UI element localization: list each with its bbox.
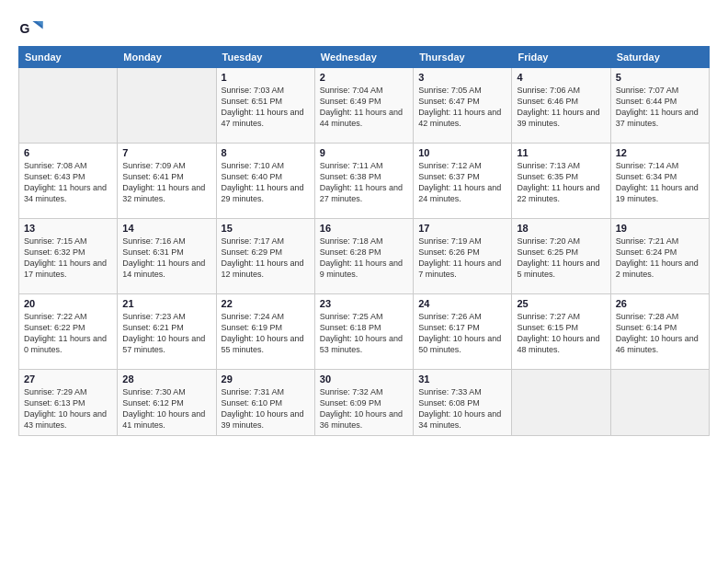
calendar-table: SundayMondayTuesdayWednesdayThursdayFrid… xyxy=(18,46,710,436)
logo: G xyxy=(18,15,48,40)
calendar-cell: 7Sunrise: 7:09 AM Sunset: 6:41 PM Daylig… xyxy=(118,144,216,219)
header-day-monday: Monday xyxy=(118,47,216,68)
calendar-cell: 6Sunrise: 7:08 AM Sunset: 6:43 PM Daylig… xyxy=(19,144,118,219)
day-number: 28 xyxy=(122,373,210,385)
calendar-cell xyxy=(118,68,216,144)
day-number: 10 xyxy=(418,147,506,158)
calendar-cell: 12Sunrise: 7:14 AM Sunset: 6:34 PM Dayli… xyxy=(610,144,709,219)
calendar-cell: 18Sunrise: 7:20 AM Sunset: 6:25 PM Dayli… xyxy=(512,219,610,294)
calendar-cell: 26Sunrise: 7:28 AM Sunset: 6:14 PM Dayli… xyxy=(610,294,709,370)
day-number: 1 xyxy=(222,72,310,83)
day-number: 13 xyxy=(24,223,112,234)
calendar-cell: 31Sunrise: 7:33 AM Sunset: 6:08 PM Dayli… xyxy=(414,370,512,436)
day-info: Sunrise: 7:11 AM Sunset: 6:38 PM Dayligh… xyxy=(320,160,408,205)
day-number: 16 xyxy=(320,223,408,234)
day-number: 2 xyxy=(320,72,408,83)
day-number: 29 xyxy=(222,373,310,385)
day-info: Sunrise: 7:31 AM Sunset: 6:10 PM Dayligh… xyxy=(222,386,310,431)
day-number: 11 xyxy=(517,147,605,158)
calendar-cell: 2Sunrise: 7:04 AM Sunset: 6:49 PM Daylig… xyxy=(314,68,413,144)
calendar-cell: 19Sunrise: 7:21 AM Sunset: 6:24 PM Dayli… xyxy=(610,219,709,294)
day-info: Sunrise: 7:23 AM Sunset: 6:21 PM Dayligh… xyxy=(122,311,210,356)
day-info: Sunrise: 7:19 AM Sunset: 6:26 PM Dayligh… xyxy=(418,236,506,281)
day-info: Sunrise: 7:03 AM Sunset: 6:51 PM Dayligh… xyxy=(222,85,310,130)
day-number: 5 xyxy=(616,72,704,83)
day-info: Sunrise: 7:20 AM Sunset: 6:25 PM Dayligh… xyxy=(517,236,605,281)
day-info: Sunrise: 7:25 AM Sunset: 6:18 PM Dayligh… xyxy=(320,311,408,356)
calendar-cell: 17Sunrise: 7:19 AM Sunset: 6:26 PM Dayli… xyxy=(414,219,512,294)
day-info: Sunrise: 7:12 AM Sunset: 6:37 PM Dayligh… xyxy=(418,160,506,205)
calendar-cell: 14Sunrise: 7:16 AM Sunset: 6:31 PM Dayli… xyxy=(118,219,216,294)
day-info: Sunrise: 7:29 AM Sunset: 6:13 PM Dayligh… xyxy=(24,386,112,431)
day-info: Sunrise: 7:32 AM Sunset: 6:09 PM Dayligh… xyxy=(320,386,408,431)
calendar-cell: 27Sunrise: 7:29 AM Sunset: 6:13 PM Dayli… xyxy=(19,370,118,436)
calendar-cell: 21Sunrise: 7:23 AM Sunset: 6:21 PM Dayli… xyxy=(118,294,216,370)
calendar-cell: 1Sunrise: 7:03 AM Sunset: 6:51 PM Daylig… xyxy=(216,68,314,144)
day-number: 3 xyxy=(418,72,506,83)
day-info: Sunrise: 7:27 AM Sunset: 6:15 PM Dayligh… xyxy=(517,311,605,356)
day-info: Sunrise: 7:08 AM Sunset: 6:43 PM Dayligh… xyxy=(24,160,112,205)
day-number: 31 xyxy=(418,373,506,385)
day-number: 9 xyxy=(320,147,408,158)
svg-text:G: G xyxy=(19,21,29,36)
calendar-cell: 8Sunrise: 7:10 AM Sunset: 6:40 PM Daylig… xyxy=(216,144,314,219)
day-info: Sunrise: 7:14 AM Sunset: 6:34 PM Dayligh… xyxy=(616,160,704,205)
day-info: Sunrise: 7:24 AM Sunset: 6:19 PM Dayligh… xyxy=(222,311,310,356)
day-number: 30 xyxy=(320,373,408,385)
header-row: SundayMondayTuesdayWednesdayThursdayFrid… xyxy=(19,47,710,68)
day-info: Sunrise: 7:10 AM Sunset: 6:40 PM Dayligh… xyxy=(222,160,310,205)
day-info: Sunrise: 7:16 AM Sunset: 6:31 PM Dayligh… xyxy=(122,236,210,281)
calendar-cell: 9Sunrise: 7:11 AM Sunset: 6:38 PM Daylig… xyxy=(314,144,413,219)
day-info: Sunrise: 7:07 AM Sunset: 6:44 PM Dayligh… xyxy=(616,85,704,130)
day-number: 17 xyxy=(418,223,506,234)
calendar-cell: 20Sunrise: 7:22 AM Sunset: 6:22 PM Dayli… xyxy=(19,294,118,370)
calendar-cell: 23Sunrise: 7:25 AM Sunset: 6:18 PM Dayli… xyxy=(314,294,413,370)
day-info: Sunrise: 7:26 AM Sunset: 6:17 PM Dayligh… xyxy=(418,311,506,356)
calendar-cell: 13Sunrise: 7:15 AM Sunset: 6:32 PM Dayli… xyxy=(19,219,118,294)
day-info: Sunrise: 7:22 AM Sunset: 6:22 PM Dayligh… xyxy=(24,311,112,356)
day-number: 19 xyxy=(616,223,704,234)
day-info: Sunrise: 7:33 AM Sunset: 6:08 PM Dayligh… xyxy=(418,386,506,431)
day-number: 25 xyxy=(517,298,605,309)
day-info: Sunrise: 7:18 AM Sunset: 6:28 PM Dayligh… xyxy=(320,236,408,281)
header-day-thursday: Thursday xyxy=(414,47,512,68)
header-day-saturday: Saturday xyxy=(610,47,709,68)
day-number: 7 xyxy=(122,147,210,158)
calendar-cell: 16Sunrise: 7:18 AM Sunset: 6:28 PM Dayli… xyxy=(314,219,413,294)
day-info: Sunrise: 7:05 AM Sunset: 6:47 PM Dayligh… xyxy=(418,85,506,130)
day-number: 24 xyxy=(418,298,506,309)
header-day-sunday: Sunday xyxy=(19,47,118,68)
day-number: 18 xyxy=(517,223,605,234)
calendar-cell: 29Sunrise: 7:31 AM Sunset: 6:10 PM Dayli… xyxy=(216,370,314,436)
day-number: 26 xyxy=(616,298,704,309)
day-number: 21 xyxy=(122,298,210,309)
calendar-cell: 30Sunrise: 7:32 AM Sunset: 6:09 PM Dayli… xyxy=(314,370,413,436)
calendar-cell: 4Sunrise: 7:06 AM Sunset: 6:46 PM Daylig… xyxy=(512,68,610,144)
calendar-cell: 15Sunrise: 7:17 AM Sunset: 6:29 PM Dayli… xyxy=(216,219,314,294)
header-day-tuesday: Tuesday xyxy=(216,47,314,68)
page: G SundayMondayTuesdayWednesdayThursdayFr… xyxy=(0,0,728,563)
calendar-cell: 3Sunrise: 7:05 AM Sunset: 6:47 PM Daylig… xyxy=(414,68,512,144)
day-number: 27 xyxy=(24,373,112,385)
header-day-friday: Friday xyxy=(512,47,610,68)
header-day-wednesday: Wednesday xyxy=(314,47,413,68)
day-number: 15 xyxy=(222,223,310,234)
calendar-cell: 25Sunrise: 7:27 AM Sunset: 6:15 PM Dayli… xyxy=(512,294,610,370)
header: G xyxy=(18,15,710,40)
calendar-cell xyxy=(610,370,709,436)
calendar-cell: 28Sunrise: 7:30 AM Sunset: 6:12 PM Dayli… xyxy=(118,370,216,436)
logo-icon: G xyxy=(18,15,44,40)
calendar-cell: 22Sunrise: 7:24 AM Sunset: 6:19 PM Dayli… xyxy=(216,294,314,370)
day-number: 4 xyxy=(517,72,605,83)
calendar-cell xyxy=(19,68,118,144)
day-info: Sunrise: 7:15 AM Sunset: 6:32 PM Dayligh… xyxy=(24,236,112,281)
day-number: 20 xyxy=(24,298,112,309)
calendar-cell: 11Sunrise: 7:13 AM Sunset: 6:35 PM Dayli… xyxy=(512,144,610,219)
day-number: 14 xyxy=(122,223,210,234)
calendar-cell xyxy=(512,370,610,436)
calendar-cell: 24Sunrise: 7:26 AM Sunset: 6:17 PM Dayli… xyxy=(414,294,512,370)
day-number: 6 xyxy=(24,147,112,158)
day-info: Sunrise: 7:09 AM Sunset: 6:41 PM Dayligh… xyxy=(122,160,210,205)
day-info: Sunrise: 7:13 AM Sunset: 6:35 PM Dayligh… xyxy=(517,160,605,205)
day-info: Sunrise: 7:17 AM Sunset: 6:29 PM Dayligh… xyxy=(222,236,310,281)
